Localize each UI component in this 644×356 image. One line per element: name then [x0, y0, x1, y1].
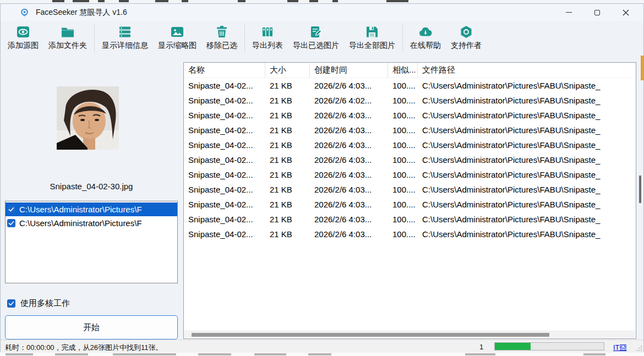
folder-listbox[interactable]: C:\Users\Administrator\Pictures\F C:\Use… — [5, 201, 178, 283]
background-window-sliver-right — [641, 56, 644, 80]
add-folder-button[interactable]: 添加文件夹 — [43, 23, 92, 54]
cell-path: C:\Users\Administrator\Pictures\FABU\Sni… — [418, 215, 636, 224]
cell-similarity: 100.... — [388, 170, 418, 179]
toolbar-label: 在线帮助 — [410, 41, 441, 51]
table-row[interactable]: Snipaste_04-02... 21 KB 2026/2/6 4:03...… — [184, 152, 636, 167]
folder-path: C:\Users\Administrator\Pictures\F — [19, 218, 142, 228]
table-row[interactable]: Snipaste_04-02... 21 KB 2026/2/6 4:03...… — [184, 197, 636, 212]
export-list-button[interactable]: 导出列表 — [247, 23, 288, 54]
source-image-thumbnail — [57, 86, 119, 150]
folder-list-item[interactable]: C:\Users\Administrator\Pictures\F — [6, 216, 177, 230]
cell-size: 21 KB — [265, 215, 310, 224]
column-header-created[interactable]: 创建时间 — [310, 63, 388, 78]
maximize-icon — [594, 10, 600, 15]
maximize-button[interactable] — [583, 4, 612, 21]
table-row[interactable]: Snipaste_04-02... 21 KB 2026/2/6 4:03...… — [184, 78, 636, 93]
cell-similarity: 100.... — [388, 215, 418, 224]
horizontal-scrollbar[interactable] — [184, 331, 635, 338]
cell-path: C:\Users\Administrator\Pictures\FABU\Sni… — [418, 155, 636, 165]
cell-size: 21 KB — [265, 155, 310, 165]
table-row[interactable]: Snipaste_04-02... 21 KB 2026/2/6 4:03...… — [184, 108, 636, 123]
cell-path: C:\Users\Administrator\Pictures\FABU\Sni… — [418, 170, 636, 179]
cell-similarity: 100.... — [388, 200, 418, 209]
table-row[interactable]: Snipaste_04-02... 21 KB 2026/2/6 4:03...… — [184, 167, 636, 182]
show-thumbnails-button[interactable]: 显示缩略图 — [153, 23, 201, 54]
cell-path: C:\Users\Administrator\Pictures\FABU\Sni… — [418, 81, 636, 90]
cell-size: 21 KB — [265, 170, 310, 179]
add-source-image-button[interactable]: 添加源图 — [3, 23, 43, 54]
cell-similarity: 100.... — [388, 185, 418, 194]
table-body: Snipaste_04-02... 21 KB 2026/2/6 4:03...… — [184, 78, 636, 242]
table-row[interactable]: Snipaste_04-02... 21 KB 2026/2/6 4:03...… — [184, 123, 636, 138]
cell-similarity: 100.... — [388, 96, 418, 105]
cell-created: 2026/2/6 4:03... — [310, 155, 388, 165]
status-page-indicator: 1 — [479, 343, 483, 351]
table-header: 名称 大小 创建时间 相似... 文件路径 — [184, 63, 636, 78]
show-details-button[interactable]: 显示详细信息 — [97, 23, 153, 54]
cell-created: 2026/2/6 4:02... — [310, 96, 388, 105]
remove-selected-button[interactable]: 移除已选 — [201, 23, 242, 54]
cell-created: 2026/2/6 4:03... — [310, 185, 388, 194]
cell-name: Snipaste_04-02... — [184, 215, 265, 224]
online-help-icon — [418, 25, 433, 39]
table-row[interactable]: Snipaste_04-02... 21 KB 2026/2/6 4:03...… — [184, 227, 636, 242]
add-source-image-icon — [16, 25, 30, 39]
cell-size: 21 KB — [265, 96, 310, 105]
cell-name: Snipaste_04-02... — [184, 170, 265, 179]
checked-checkbox-icon[interactable] — [7, 219, 15, 227]
cell-path: C:\Users\Administrator\Pictures\FABU\Sni… — [418, 229, 636, 239]
source-image-filename: Snipaste_04-02-30.jpg — [1, 182, 182, 191]
start-button-label: 开始 — [83, 322, 100, 333]
cell-similarity: 100.... — [388, 81, 418, 90]
status-bar-link[interactable]: IT囧 — [613, 343, 627, 353]
checked-checkbox-icon[interactable] — [7, 205, 15, 213]
cell-path: C:\Users\Administrator\Pictures\FABU\Sni… — [418, 125, 636, 135]
cell-size: 21 KB — [265, 140, 310, 150]
resize-grip-icon[interactable] — [635, 344, 642, 352]
export-all-images-button[interactable]: 导出全部图片 — [344, 23, 400, 54]
toolbar-label: 导出全部图片 — [349, 41, 395, 51]
cell-size: 21 KB — [265, 81, 310, 90]
cell-size: 21 KB — [265, 111, 310, 120]
table-row[interactable]: Snipaste_04-02... 21 KB 2026/2/6 4:03...… — [184, 138, 636, 152]
cell-name: Snipaste_04-02... — [184, 111, 265, 120]
column-header-size[interactable]: 大小 — [265, 63, 310, 78]
online-help-button[interactable]: 在线帮助 — [405, 23, 446, 54]
close-icon — [623, 9, 629, 16]
background-scrollbar-sliver — [639, 176, 641, 203]
app-window: FaceSeeker 慧眼寻人 v1.6 添加源图 — [0, 3, 644, 352]
cell-similarity: 100.... — [388, 111, 418, 120]
horizontal-scrollbar-thumb[interactable] — [192, 333, 549, 337]
start-button[interactable]: 开始 — [5, 315, 178, 339]
cell-name: Snipaste_04-02... — [184, 185, 265, 194]
cell-name: Snipaste_04-02... — [184, 96, 265, 105]
toolbar-label: 导出列表 — [252, 41, 283, 51]
export-selected-images-button[interactable]: 导出已选图片 — [288, 23, 344, 54]
toolbar-divider — [402, 25, 403, 52]
source-panel: Snipaste_04-02-30.jpg C:\Users\Administr… — [1, 56, 182, 356]
minimize-icon — [566, 12, 572, 13]
cell-name: Snipaste_04-02... — [184, 140, 265, 150]
cell-size: 21 KB — [265, 125, 310, 135]
cell-name: Snipaste_04-02... — [184, 81, 265, 90]
close-button[interactable] — [612, 4, 640, 21]
multicore-option[interactable]: 使用多核工作 — [7, 298, 70, 309]
toolbar-label: 添加文件夹 — [48, 41, 87, 51]
folder-list-item[interactable]: C:\Users\Administrator\Pictures\F — [6, 202, 177, 216]
column-header-similarity[interactable]: 相似... — [388, 63, 418, 78]
status-message: 耗时：00:00:00，完成，从26张图片中找到11张。 — [5, 343, 163, 353]
table-row[interactable]: Snipaste_04-02... 21 KB 2026/2/6 4:02...… — [184, 93, 636, 108]
support-author-button[interactable]: 支持作者 — [446, 23, 487, 54]
table-row[interactable]: Snipaste_04-02... 21 KB 2026/2/6 4:03...… — [184, 212, 636, 227]
toolbar-label: 支持作者 — [451, 41, 482, 51]
status-bar: 耗时：00:00:00，完成，从26张图片中找到11张。 1 IT囧 — [1, 339, 643, 353]
table-row[interactable]: Snipaste_04-02... 21 KB 2026/2/6 4:03...… — [184, 182, 636, 197]
cell-created: 2026/2/6 4:03... — [310, 140, 388, 150]
cell-created: 2026/2/6 4:03... — [310, 200, 388, 209]
minimize-button[interactable] — [554, 4, 583, 21]
cell-size: 21 KB — [265, 200, 310, 209]
column-header-path[interactable]: 文件路径 — [418, 63, 636, 78]
cell-similarity: 100.... — [388, 125, 418, 135]
column-header-name[interactable]: 名称 — [184, 63, 265, 78]
checked-checkbox-icon[interactable] — [7, 299, 15, 308]
